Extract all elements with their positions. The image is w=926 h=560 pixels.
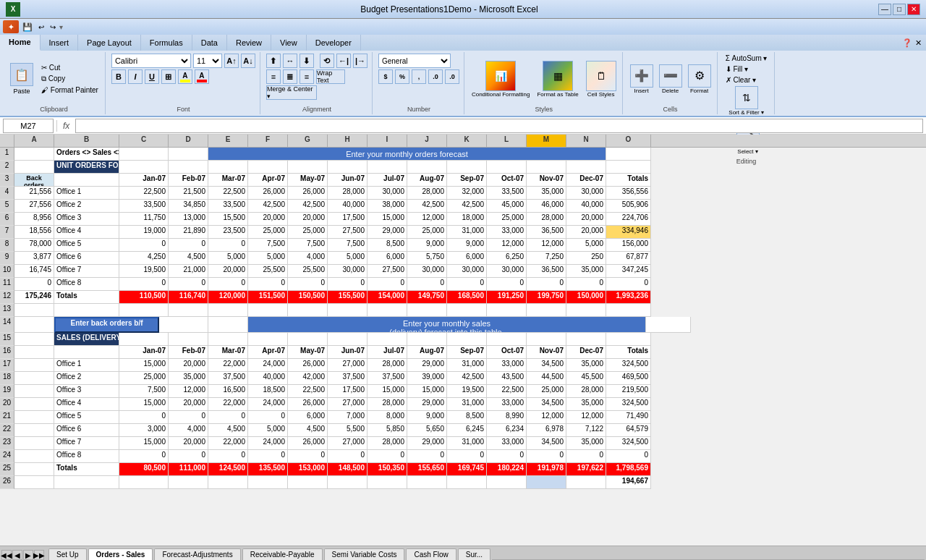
- merge-center-button[interactable]: Merge & Center ▾: [266, 85, 317, 100]
- cell-m22[interactable]: 6,978: [527, 424, 566, 437]
- cell-e14-merged[interactable]: Enter your monthly sales(delivery) forec…: [248, 317, 646, 333]
- cell-e2[interactable]: [208, 161, 248, 174]
- cell-i21[interactable]: 8,000: [368, 411, 407, 424]
- cell-d20[interactable]: 20,000: [169, 398, 208, 411]
- cell-i24[interactable]: 0: [368, 450, 407, 463]
- align-bottom-button[interactable]: ⬇: [300, 54, 314, 68]
- cell-k13[interactable]: [447, 304, 487, 317]
- cell-h4[interactable]: 28,000: [328, 187, 368, 200]
- cell-l6[interactable]: 25,000: [487, 213, 527, 226]
- paste-button[interactable]: 📋 Paste: [7, 61, 36, 96]
- cell-f24[interactable]: 0: [248, 450, 288, 463]
- cell-g11[interactable]: 0: [288, 278, 328, 291]
- cell-e1-merged[interactable]: Enter your monthly orders forecastinto t…: [208, 148, 606, 161]
- cell-c11[interactable]: 0: [119, 278, 169, 291]
- cell-e26[interactable]: [208, 476, 248, 489]
- cell-d18[interactable]: 35,000: [169, 372, 208, 385]
- cell-d17[interactable]: 20,000: [169, 359, 208, 372]
- sheet-tab-forecast-adjustments[interactable]: Forecast-Adjustments: [154, 548, 240, 560]
- cell-j21[interactable]: 9,000: [407, 411, 447, 424]
- cell-a7[interactable]: 18,556: [14, 226, 54, 239]
- cell-d6[interactable]: 13,000: [169, 213, 208, 226]
- cell-k7[interactable]: 31,000: [447, 226, 487, 239]
- cell-d2[interactable]: [169, 161, 208, 174]
- cell-e4[interactable]: 22,500: [208, 187, 248, 200]
- cell-i8[interactable]: 8,500: [368, 239, 407, 252]
- cell-g16[interactable]: May-07: [288, 346, 328, 359]
- cell-n24[interactable]: 0: [566, 450, 606, 463]
- cell-j5[interactable]: 42,500: [407, 200, 447, 213]
- cell-h7[interactable]: 27,500: [328, 226, 368, 239]
- cell-b25[interactable]: Totals: [54, 463, 119, 476]
- cell-a3[interactable]: Backorders: [14, 174, 54, 187]
- cell-h19[interactable]: 17,500: [328, 385, 368, 398]
- sort-filter-button[interactable]: ⇅ Sort & Filter ▾: [727, 85, 765, 117]
- cell-k4[interactable]: 32,000: [447, 187, 487, 200]
- cell-c1[interactable]: [119, 148, 169, 161]
- cell-k10[interactable]: 30,000: [447, 265, 487, 278]
- cell-g26[interactable]: [288, 476, 328, 489]
- cell-m12[interactable]: 199,750: [527, 291, 566, 304]
- cell-f8[interactable]: 7,500: [248, 239, 288, 252]
- cell-d21[interactable]: 0: [169, 411, 208, 424]
- cell-b10[interactable]: Office 7: [54, 265, 119, 278]
- cell-a24[interactable]: [14, 450, 54, 463]
- cell-g12[interactable]: 150,500: [288, 291, 328, 304]
- cell-n3[interactable]: Dec-07: [566, 174, 606, 187]
- cell-g5[interactable]: 42,500: [288, 200, 328, 213]
- cell-g8[interactable]: 7,500: [288, 239, 328, 252]
- cell-b16[interactable]: [54, 346, 119, 359]
- cell-d4[interactable]: 21,500: [169, 187, 208, 200]
- cell-k11[interactable]: 0: [447, 278, 487, 291]
- cell-e20[interactable]: 22,000: [208, 398, 248, 411]
- cell-a26[interactable]: [14, 476, 54, 489]
- cell-k24[interactable]: 0: [447, 450, 487, 463]
- cell-l12[interactable]: 191,250: [487, 291, 527, 304]
- cell-c6[interactable]: 11,750: [119, 213, 169, 226]
- cell-c9[interactable]: 4,250: [119, 252, 169, 265]
- cell-l24[interactable]: 0: [487, 450, 527, 463]
- cell-m9[interactable]: 7,250: [527, 252, 566, 265]
- sheet-tab-summary[interactable]: Sur...: [458, 548, 490, 560]
- cell-l15[interactable]: [487, 333, 527, 346]
- cell-i12[interactable]: 154,000: [368, 291, 407, 304]
- cell-l16[interactable]: Oct-07: [487, 346, 527, 359]
- cell-e18[interactable]: 37,500: [208, 372, 248, 385]
- cell-j7[interactable]: 25,000: [407, 226, 447, 239]
- cell-m11[interactable]: 0: [527, 278, 566, 291]
- sheet-tab-setup[interactable]: Set Up: [48, 548, 87, 560]
- cell-a1[interactable]: [14, 148, 54, 161]
- cell-j20[interactable]: 29,000: [407, 398, 447, 411]
- cell-b6[interactable]: Office 3: [54, 213, 119, 226]
- bold-button[interactable]: B: [111, 69, 126, 84]
- cell-o2[interactable]: [606, 161, 651, 174]
- cell-i17[interactable]: 28,000: [368, 359, 407, 372]
- copy-button[interactable]: ⧉ Copy: [39, 74, 101, 84]
- cell-f23[interactable]: 24,000: [248, 437, 288, 450]
- cell-o18[interactable]: 469,500: [606, 372, 651, 385]
- cell-c14[interactable]: [159, 317, 208, 333]
- cell-j16[interactable]: Aug-07: [407, 346, 447, 359]
- cell-h13[interactable]: [328, 304, 368, 317]
- sheet-tab-semi-variable-costs[interactable]: Semi Variable Costs: [324, 548, 405, 560]
- cell-j22[interactable]: 5,650: [407, 424, 447, 437]
- cell-n13[interactable]: [566, 304, 606, 317]
- cell-l4[interactable]: 33,500: [487, 187, 527, 200]
- cell-c17[interactable]: 15,000: [119, 359, 169, 372]
- percent-button[interactable]: %: [395, 69, 409, 84]
- cell-d11[interactable]: 0: [169, 278, 208, 291]
- cell-e3[interactable]: Mar-07: [208, 174, 248, 187]
- cell-h16[interactable]: Jun-07: [328, 346, 368, 359]
- cell-k6[interactable]: 18,000: [447, 213, 487, 226]
- cell-l3[interactable]: Oct-07: [487, 174, 527, 187]
- cell-c16[interactable]: Jan-07: [119, 346, 169, 359]
- cell-k3[interactable]: Sep-07: [447, 174, 487, 187]
- cell-j25[interactable]: 155,650: [407, 463, 447, 476]
- cell-e13[interactable]: [208, 304, 248, 317]
- cell-f19[interactable]: 18,500: [248, 385, 288, 398]
- cell-n20[interactable]: 35,000: [566, 398, 606, 411]
- cell-a23[interactable]: [14, 437, 54, 450]
- cell-l22[interactable]: 6,234: [487, 424, 527, 437]
- cell-j12[interactable]: 149,750: [407, 291, 447, 304]
- cell-i4[interactable]: 30,000: [368, 187, 407, 200]
